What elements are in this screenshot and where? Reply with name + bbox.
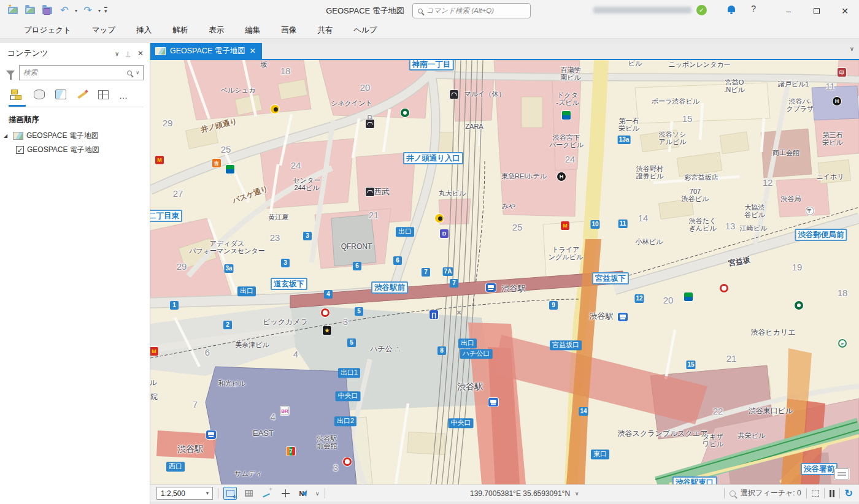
open-project-button[interactable] [23, 4, 37, 17]
layer-group-row[interactable]: ◢ GEOSPACE 電子地図 [4, 129, 150, 143]
junction-label: 渋谷郵便局前 [795, 229, 847, 241]
exit-number-badge: 9 [549, 301, 558, 310]
tab-more[interactable]: … [119, 90, 128, 105]
exit-number-badge: 11 [618, 220, 628, 228]
north-arrow-tool[interactable]: N [297, 487, 310, 500]
undo-dropdown[interactable]: ▾ [75, 8, 77, 13]
map-frame-tool[interactable] [223, 487, 237, 500]
save-project-icon [42, 7, 52, 14]
filter-icon[interactable] [6, 71, 15, 75]
fam-icon [226, 165, 234, 174]
ribbon-tab-imagery[interactable]: 画像 [271, 23, 307, 38]
help-icon[interactable]: ? [751, 4, 756, 13]
layer-checkbox[interactable]: ✓ [16, 146, 24, 154]
junction-label: 渋谷署前 [801, 463, 838, 475]
tab-drawing-order[interactable] [11, 89, 23, 107]
customize-qat-button[interactable]: ▾ [104, 7, 107, 14]
block-number: 25 [221, 145, 231, 155]
ribbon-tab-view[interactable]: 表示 [198, 23, 234, 38]
street-label: バスケ通り [231, 185, 269, 205]
expander-icon[interactable]: ◢ [4, 133, 10, 139]
panel-menu-chevron-icon[interactable]: ∨ [115, 50, 119, 57]
ribbon-expand-chevron[interactable]: ∨ [850, 45, 854, 52]
refresh-button[interactable]: ↻ [845, 489, 853, 498]
layer-label: GEOSPACE 電子地図 [27, 145, 99, 155]
tools-dropdown-icon[interactable]: ∨ [315, 491, 320, 497]
place-label: ハチ公 ∴ [370, 345, 400, 353]
redo-icon: ↷ [83, 6, 91, 15]
bag-icon [366, 120, 374, 128]
new-project-icon [8, 7, 18, 14]
block-number: 4 [271, 412, 275, 422]
place-label: サムディ [234, 470, 262, 477]
data-source-icon [34, 90, 45, 99]
tab-data-source[interactable] [34, 90, 45, 106]
place-label: アディダス パフォーマンスセンター [189, 240, 264, 254]
place-label: ニッポンレンタカー [668, 61, 730, 68]
tab-selection[interactable] [55, 90, 66, 106]
new-project-button[interactable] [6, 4, 20, 17]
tab-snapping[interactable] [98, 90, 109, 106]
selection-tool-icon[interactable] [812, 490, 819, 497]
notifications-icon[interactable] [728, 6, 735, 12]
post-icon: 〒 [806, 207, 814, 215]
redo-button[interactable]: ↷ [81, 4, 94, 17]
sketch-tool[interactable] [260, 487, 274, 500]
panel-pin-icon[interactable]: ⊤ [125, 50, 131, 58]
ribbon-tab-map[interactable]: マップ [82, 23, 126, 38]
sketch-icon [263, 490, 271, 497]
exit-number-badge: 8 [437, 346, 446, 355]
ribbon-tab-analysis[interactable]: 解析 [162, 23, 198, 38]
block-number: 20 [663, 296, 674, 306]
undo-button[interactable]: ↶ [58, 4, 71, 17]
selected-features-label: 選択フィーチャ: 0 [741, 488, 801, 498]
command-search-input[interactable]: コマンド検索 (Alt+Q) [412, 3, 531, 18]
place-label: 江崎ビル [740, 224, 768, 232]
grid-icon [245, 490, 253, 497]
contents-search-input[interactable]: 検索 ∨ [19, 65, 144, 80]
close-button[interactable]: ✕ [831, 0, 859, 22]
exit-label: 中央口 [449, 418, 474, 428]
ribbon-tab-edit[interactable]: 編集 [234, 23, 271, 38]
block-number: 18 [838, 288, 848, 299]
coordinates-dropdown-icon[interactable]: ∨ [575, 491, 579, 497]
ribbon-tab-project[interactable]: プロジェクト [13, 23, 82, 38]
minimize-button[interactable]: – [774, 0, 803, 22]
selected-features-icon[interactable] [730, 491, 736, 497]
exit-number-badge: 13a [618, 136, 631, 144]
ribbon-tab-help[interactable]: ヘルプ [343, 23, 387, 38]
pause-drawing-button[interactable] [830, 490, 834, 497]
block-number: 24 [565, 155, 576, 165]
north-arrow-icon: N [299, 490, 309, 497]
ribbon-tab-insert[interactable]: 挿入 [126, 23, 162, 38]
map-view-tab[interactable]: GEOSPACE 電子地図 ✕ [150, 43, 262, 59]
map-canvas[interactable]: 神南一丁目井ノ頭通り入口二丁目東道玄坂下渋谷駅前宮益坂下渋谷郵便局前渋谷駅東口渋… [150, 60, 859, 484]
place-label: ニイホリ [816, 173, 844, 180]
map-tab-close-icon[interactable]: ✕ [250, 47, 256, 55]
place-label: ZARA [465, 123, 483, 130]
block-number: 15 [682, 114, 693, 124]
exit-number-badge: 3a [224, 264, 233, 273]
place-label: 黄江夏 [269, 213, 289, 221]
restore-button[interactable] [803, 0, 831, 22]
snap-tool[interactable] [279, 487, 292, 500]
scale-selector[interactable]: 1:2,500 ▾ [156, 487, 213, 500]
drawing-order-icon [11, 89, 23, 100]
place-label: 美奈津ビル [235, 341, 269, 348]
ribbon-tab-share[interactable]: 共有 [307, 23, 343, 38]
grid-tool[interactable] [242, 487, 255, 500]
redc-icon [321, 308, 329, 317]
map-tab-label: GEOSPACE 電子地図 [170, 46, 245, 56]
tab-editing[interactable] [77, 90, 88, 106]
exit-number-badge: 7A [443, 267, 453, 276]
open-project-icon [25, 7, 35, 14]
contents-search-dropdown[interactable]: ∨ [136, 70, 139, 75]
layer-row[interactable]: ✓ GEOSPACE 電子地図 [4, 143, 150, 157]
account-area[interactable]: ✓ [593, 5, 707, 15]
redo-dropdown[interactable]: ▾ [98, 8, 101, 13]
save-project-button[interactable] [40, 4, 54, 17]
place-label: 707 渋谷ビル [682, 188, 709, 202]
block-number: 6 [205, 348, 210, 358]
panel-close-icon[interactable]: ✕ [137, 49, 144, 58]
exit-label: 中央口 [336, 391, 361, 401]
